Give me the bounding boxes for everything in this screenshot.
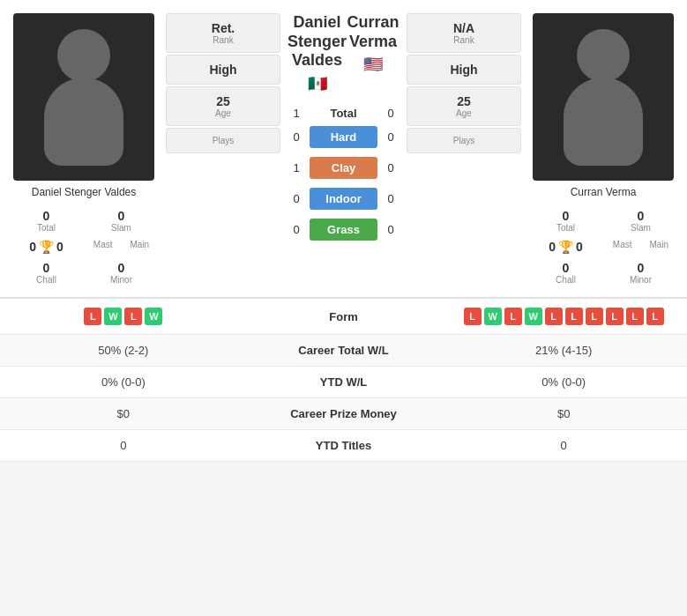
p1-main-label: Main [130, 240, 149, 254]
grass-row: 0 Grass 0 [287, 217, 400, 242]
p2-age-box: 25 Age [407, 86, 521, 126]
p2-badge-7: L [606, 308, 624, 325]
p1-total-cell: 0 Total [9, 205, 84, 236]
p2-minor-label: Minor [605, 275, 676, 285]
hard-row: 0 Hard 0 [287, 124, 400, 150]
p2-main-label: Main [649, 240, 668, 254]
p2-badge-4: L [545, 308, 563, 325]
p2-mast-value: 0 [549, 240, 556, 254]
player2-name: Curran Verma [571, 186, 637, 198]
ytd-titles-label: YTD Titles [234, 439, 454, 452]
p2-plays-label: Plays [412, 136, 516, 145]
p1-minor-label: Minor [86, 275, 157, 285]
clay-row: 1 Clay 0 [287, 155, 400, 181]
p1-form-badges: L W L W [13, 308, 234, 325]
p2-total-label: Total [530, 223, 601, 233]
career-total-p2: 21% (4-15) [453, 344, 674, 357]
p1-mast-cell: 0 🏆 0 [9, 236, 84, 257]
p1-total-score: 1 [287, 107, 305, 120]
p2-age-value: 25 [412, 94, 516, 108]
bottom-section: L W L W Form L W L W L L L L L L [0, 297, 687, 462]
ytd-titles-row: 0 YTD Titles 0 [0, 430, 687, 462]
indoor-badge: Indoor [310, 188, 377, 210]
p1-main-value: 0 [56, 240, 63, 254]
p2-total-value: 0 [530, 209, 601, 223]
ytd-titles-p1: 0 [13, 439, 234, 452]
p2-plays-box: Plays [407, 128, 521, 153]
p1-plays-box: Plays [166, 128, 280, 153]
p2-badge-8: L [626, 308, 644, 325]
player1-stats-grid: 0 Total 0 Slam 0 🏆 0 Mast Main [9, 205, 159, 288]
players-wrapper: Daniel Stenger Valdes 0 Total 0 Slam 0 🏆… [0, 0, 687, 297]
prize-money-label: Career Prize Money [234, 407, 454, 420]
ytd-titles-p2: 0 [453, 439, 674, 452]
p1-slam-value: 0 [86, 209, 157, 223]
ytd-wl-p2: 0% (0-0) [453, 375, 674, 389]
p2-high-value: High [412, 63, 516, 77]
p2-chall-value: 0 [530, 261, 601, 275]
player1-name: Daniel Stenger Valdes [32, 186, 137, 198]
total-label: Total [305, 107, 382, 120]
p2-minor-value: 0 [605, 261, 676, 275]
p2-badge-6: L [586, 308, 603, 325]
p1-rank-box: Ret. Rank [166, 13, 280, 53]
p1-total-label: Total [11, 223, 82, 233]
p1-plays-label: Plays [171, 136, 275, 145]
total-row: 1 Total 0 [287, 102, 400, 124]
player1-middle-panel: Ret. Rank High 25 Age Plays [166, 13, 280, 288]
p1-rank-value: Ret. [171, 21, 275, 35]
p1-minor-value: 0 [86, 261, 157, 275]
grass-badge: Grass [310, 219, 377, 241]
p1-chall-value: 0 [11, 261, 82, 275]
ytd-wl-row: 0% (0-0) YTD W/L 0% (0-0) [0, 367, 687, 398]
p2-main-value: 0 [576, 240, 583, 254]
player1-section: Daniel Stenger Valdes 0 Total 0 Slam 0 🏆… [9, 13, 159, 288]
prize-money-row: $0 Career Prize Money $0 [0, 398, 687, 430]
p2-badge-0: L [464, 308, 482, 325]
p1-mast-label-cell: Mast Main [84, 236, 159, 257]
p2-slam-label: Slam [605, 223, 676, 233]
ytd-wl-p1: 0% (0-0) [13, 375, 234, 389]
p2-mast-label: Mast [613, 240, 632, 254]
p1-flag: 🇲🇽 [308, 74, 327, 93]
career-total-p1: 50% (2-2) [13, 344, 234, 357]
clay-badge: Clay [310, 157, 377, 179]
prize-money-p2: $0 [453, 407, 674, 420]
p2-trophy-icon: 🏆 [558, 240, 573, 254]
p2-badge-3: W [525, 308, 542, 325]
p2-mast-label-cell: Mast Main [603, 236, 678, 257]
p2-minor-cell: 0 Minor [603, 257, 678, 288]
player2-middle-panel: N/A Rank High 25 Age Plays [407, 13, 521, 288]
p1-mast-value: 0 [29, 240, 36, 254]
p2-slam-cell: 0 Slam [603, 205, 678, 236]
hard-badge: Hard [310, 126, 377, 148]
p1-slam-cell: 0 Slam [84, 205, 159, 236]
p1-trophy-icon: 🏆 [39, 240, 54, 254]
p2-rank-label: Rank [412, 35, 516, 45]
ytd-wl-label: YTD W/L [234, 375, 454, 389]
p2-high-box: High [407, 55, 521, 85]
p1-age-label: Age [171, 108, 275, 118]
p1-mast-label: Mast [93, 240, 113, 254]
p2-total-cell: 0 Total [528, 205, 603, 236]
p1-badge-3: W [145, 308, 162, 325]
p1-badge-0: L [84, 308, 101, 325]
p2-flag: 🇺🇸 [363, 55, 383, 74]
p2-form-badges: L W L W L L L L L L [453, 308, 674, 325]
p1-badge-1: W [104, 308, 122, 325]
career-total-row: 50% (2-2) Career Total W/L 21% (4-15) [0, 335, 687, 367]
form-label: Form [234, 310, 454, 323]
p2-rank-value: N/A [412, 21, 516, 35]
p2-header-name: Curran Verma [347, 13, 400, 51]
p2-badge-2: L [504, 308, 522, 325]
player2-section: Curran Verma 0 Total 0 Slam 0 🏆 0 Mast [528, 13, 678, 288]
player1-avatar [13, 13, 154, 181]
p1-chall-cell: 0 Chall [9, 257, 84, 288]
career-total-label: Career Total W/L [234, 344, 454, 357]
p2-mast-cell: 0 🏆 0 [528, 236, 603, 257]
p2-rank-box: N/A Rank [407, 13, 521, 53]
surfaces-area: 0 Hard 0 1 Clay 0 0 Indoor 0 [287, 124, 400, 242]
p1-header-area: Daniel Stenger Valdes 🇲🇽 [287, 13, 347, 93]
p2-total-score: 0 [382, 107, 400, 120]
p1-header-name: Daniel Stenger Valdes [287, 13, 347, 71]
